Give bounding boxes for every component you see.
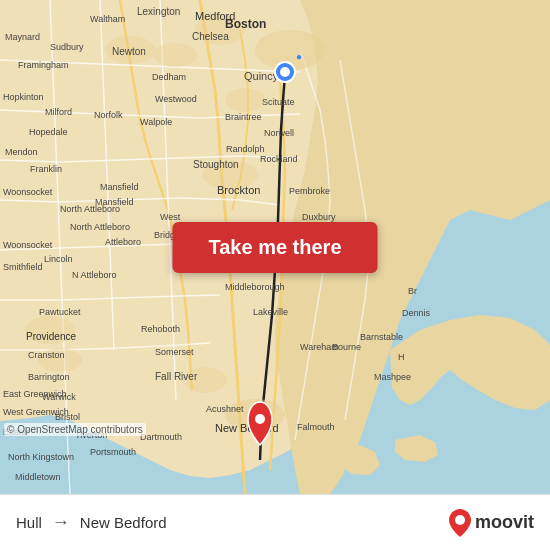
svg-text:Westwood: Westwood (155, 94, 197, 104)
svg-text:Hopkinton: Hopkinton (3, 92, 44, 102)
svg-text:Dartmouth: Dartmouth (140, 432, 182, 442)
take-me-there-button[interactable]: Take me there (172, 222, 377, 273)
svg-text:Braintree: Braintree (225, 112, 262, 122)
svg-text:Providence: Providence (26, 331, 76, 342)
svg-text:Scituate: Scituate (262, 97, 295, 107)
svg-text:Lincoln: Lincoln (44, 254, 73, 264)
svg-text:Attleboro: Attleboro (105, 237, 141, 247)
route-info: Hull → New Bedford (16, 512, 167, 533)
svg-text:North Attleboro: North Attleboro (70, 222, 130, 232)
svg-text:Cranston: Cranston (28, 350, 65, 360)
svg-text:Pawtucket: Pawtucket (39, 307, 81, 317)
svg-text:Chelsea: Chelsea (192, 31, 229, 42)
svg-text:Smithfield: Smithfield (3, 262, 43, 272)
svg-text:Falmouth: Falmouth (297, 422, 335, 432)
svg-point-83 (255, 414, 265, 424)
svg-text:Mansfield: Mansfield (100, 182, 139, 192)
svg-text:Norfolk: Norfolk (94, 110, 123, 120)
svg-text:Barrington: Barrington (28, 372, 70, 382)
svg-text:Maynard: Maynard (5, 32, 40, 42)
svg-text:Dennis: Dennis (402, 308, 431, 318)
svg-text:Middleborough: Middleborough (225, 282, 285, 292)
svg-text:Randolph: Randolph (226, 144, 265, 154)
svg-text:Walpole: Walpole (140, 117, 172, 127)
svg-text:North Kingstown: North Kingstown (8, 452, 74, 462)
svg-point-3 (153, 43, 197, 67)
bottom-bar: Hull → New Bedford moovit (0, 494, 550, 550)
svg-text:Boston: Boston (225, 17, 266, 31)
map-attribution: © OpenStreetMap contributors (4, 423, 146, 436)
svg-text:Woonsocket: Woonsocket (3, 187, 53, 197)
svg-text:Portsmouth: Portsmouth (90, 447, 136, 457)
svg-text:Duxbury: Duxbury (302, 212, 336, 222)
svg-text:Middletown: Middletown (15, 472, 61, 482)
svg-point-82 (280, 67, 290, 77)
svg-text:Acushnet: Acushnet (206, 404, 244, 414)
svg-text:Framingham: Framingham (18, 60, 69, 70)
svg-text:West: West (160, 212, 181, 222)
svg-text:Sudbury: Sudbury (50, 42, 84, 52)
arrow-icon: → (52, 512, 70, 533)
svg-text:Br: Br (408, 286, 417, 296)
svg-text:Fall River: Fall River (155, 371, 198, 382)
svg-text:Mashpee: Mashpee (374, 372, 411, 382)
svg-text:Lakeville: Lakeville (253, 307, 288, 317)
svg-text:Milford: Milford (45, 107, 72, 117)
svg-text:Newton: Newton (112, 46, 146, 57)
svg-text:Quincy: Quincy (244, 70, 279, 82)
svg-text:Somerset: Somerset (155, 347, 194, 357)
svg-text:Rockland: Rockland (260, 154, 298, 164)
destination-label: New Bedford (80, 514, 167, 531)
origin-label: Hull (16, 514, 42, 531)
svg-text:Norwell: Norwell (264, 128, 294, 138)
svg-text:H: H (398, 352, 405, 362)
svg-point-5 (225, 88, 265, 112)
svg-text:N Attleboro: N Attleboro (72, 270, 117, 280)
svg-text:Brockton: Brockton (217, 184, 260, 196)
svg-text:Franklin: Franklin (30, 164, 62, 174)
svg-text:Woonsocket: Woonsocket (3, 240, 53, 250)
svg-text:●: ● (296, 51, 302, 62)
svg-text:Hopedale: Hopedale (29, 127, 68, 137)
svg-text:Waltham: Waltham (90, 14, 125, 24)
svg-text:Lexington: Lexington (137, 6, 180, 17)
moovit-logo[interactable]: moovit (449, 509, 534, 537)
moovit-logo-text: moovit (475, 512, 534, 533)
svg-text:Bourne: Bourne (332, 342, 361, 352)
svg-point-85 (455, 515, 465, 525)
svg-text:Mendon: Mendon (5, 147, 38, 157)
svg-text:Stoughton: Stoughton (193, 159, 239, 170)
svg-text:Pembroke: Pembroke (289, 186, 330, 196)
svg-text:Barnstable: Barnstable (360, 332, 403, 342)
svg-text:West Greenwich: West Greenwich (3, 407, 69, 417)
svg-text:Warwick: Warwick (42, 392, 76, 402)
svg-text:Mansfield: Mansfield (95, 197, 134, 207)
svg-text:Dedham: Dedham (152, 72, 186, 82)
map-container[interactable]: Lexington Newton Medford Chelsea Boston … (0, 0, 550, 494)
moovit-pin-icon (449, 509, 471, 537)
svg-text:Rehoboth: Rehoboth (141, 324, 180, 334)
